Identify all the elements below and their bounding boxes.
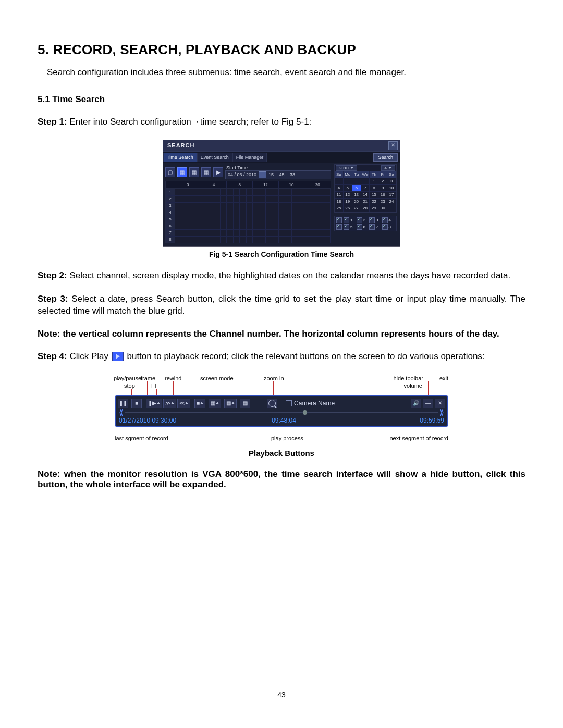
calendar-day[interactable]: 18 bbox=[335, 199, 344, 205]
time-grid-cell[interactable] bbox=[311, 223, 317, 229]
time-grid-cell[interactable] bbox=[266, 203, 272, 209]
time-grid-cell[interactable] bbox=[221, 237, 227, 243]
time-grid-cell[interactable] bbox=[304, 230, 311, 236]
time-grid-cell[interactable] bbox=[194, 203, 201, 209]
calendar-day[interactable]: 10 bbox=[387, 185, 396, 192]
time-grid-cell[interactable] bbox=[324, 209, 331, 216]
time-grid-cell[interactable] bbox=[311, 237, 317, 243]
time-grid-cell[interactable] bbox=[175, 203, 181, 209]
time-grid-cell[interactable] bbox=[221, 196, 227, 202]
time-grid-cell[interactable] bbox=[181, 196, 188, 202]
time-grid-cell[interactable] bbox=[181, 237, 188, 243]
channel-checkbox[interactable]: 5 bbox=[344, 224, 357, 230]
channel-checkbox[interactable]: 3 bbox=[369, 217, 382, 223]
time-grid-cell[interactable] bbox=[188, 196, 194, 202]
time-grid-cell[interactable] bbox=[247, 189, 253, 195]
time-grid-cell[interactable] bbox=[188, 216, 194, 223]
time-grid-cell[interactable] bbox=[279, 209, 285, 216]
time-grid-cell[interactable] bbox=[234, 189, 240, 195]
calendar-day[interactable]: 13 bbox=[352, 192, 361, 199]
screen-1-icon[interactable]: ▢ bbox=[165, 167, 175, 177]
search-button[interactable]: Search bbox=[373, 153, 398, 162]
time-grid-cell[interactable] bbox=[201, 203, 207, 209]
time-grid-cell[interactable] bbox=[259, 196, 265, 202]
time-grid-cell[interactable] bbox=[240, 216, 246, 223]
time-grid-cell[interactable] bbox=[227, 216, 233, 223]
calendar-grid[interactable]: SuMoTuWeThFrSa12345678910111213141516171… bbox=[335, 171, 396, 212]
time-grid-cell[interactable] bbox=[234, 223, 240, 229]
zoom-in-button[interactable] bbox=[267, 399, 277, 408]
time-grid-cell[interactable] bbox=[253, 237, 259, 243]
calendar-day[interactable]: 15 bbox=[370, 192, 378, 199]
rewind-button[interactable]: ≪ bbox=[177, 399, 190, 408]
time-grid-cell[interactable] bbox=[221, 230, 227, 236]
time-grid-cell[interactable] bbox=[234, 216, 240, 223]
calendar-day[interactable]: 4 bbox=[335, 185, 344, 192]
calendar-day[interactable]: 9 bbox=[378, 185, 387, 192]
time-grid-cell[interactable] bbox=[311, 209, 317, 216]
next-segment-icon[interactable]: ⟫ bbox=[438, 410, 445, 415]
screen-16-icon[interactable]: ▦ bbox=[201, 167, 211, 177]
time-grid-cell[interactable] bbox=[298, 230, 304, 236]
calendar-day[interactable]: 19 bbox=[344, 199, 352, 205]
time-grid-cell[interactable] bbox=[194, 237, 201, 243]
time-grid-cell[interactable] bbox=[201, 230, 207, 236]
time-grid-cell[interactable] bbox=[194, 230, 201, 236]
time-grid-cell[interactable] bbox=[188, 189, 194, 195]
time-grid-cell[interactable] bbox=[188, 209, 194, 216]
time-grid-cell[interactable] bbox=[214, 196, 221, 202]
tab-file-manager[interactable]: File Manager bbox=[232, 153, 267, 162]
time-grid-cell[interactable] bbox=[298, 209, 304, 216]
time-grid-cell[interactable] bbox=[317, 216, 324, 223]
time-grid-cell[interactable] bbox=[272, 216, 278, 223]
time-grid-cell[interactable] bbox=[266, 237, 272, 243]
time-grid-cell[interactable] bbox=[298, 223, 304, 229]
time-grid-cell[interactable] bbox=[201, 237, 207, 243]
time-grid-cell[interactable] bbox=[266, 230, 272, 236]
time-grid-cell[interactable] bbox=[324, 216, 331, 223]
timeline[interactable] bbox=[125, 412, 438, 413]
time-grid-cell[interactable] bbox=[317, 223, 324, 229]
time-grid-cell[interactable] bbox=[311, 196, 317, 202]
play-pause-button[interactable]: ❚❚ bbox=[118, 399, 128, 408]
time-grid-cell[interactable] bbox=[266, 189, 272, 195]
time-grid-cell[interactable] bbox=[175, 216, 181, 223]
time-grid-cell[interactable] bbox=[253, 216, 259, 223]
time-grid-cell[interactable] bbox=[279, 223, 285, 229]
time-grid-cell[interactable] bbox=[240, 189, 246, 195]
time-grid-cell[interactable] bbox=[253, 203, 259, 209]
time-grid-cell[interactable] bbox=[324, 196, 331, 202]
time-grid-cell[interactable] bbox=[175, 237, 181, 243]
month-select[interactable]: 4 bbox=[381, 165, 395, 171]
time-grid-cell[interactable] bbox=[181, 203, 188, 209]
time-grid-cell[interactable] bbox=[279, 216, 285, 223]
time-grid-cell[interactable] bbox=[253, 196, 259, 202]
time-grid-cell[interactable] bbox=[181, 216, 188, 223]
time-grid-cell[interactable] bbox=[279, 230, 285, 236]
calendar-day[interactable]: 22 bbox=[370, 199, 378, 205]
time-grid-cell[interactable] bbox=[207, 189, 214, 195]
time-grid-cell[interactable] bbox=[234, 230, 240, 236]
time-grid-cell[interactable] bbox=[253, 189, 259, 195]
time-grid-cell[interactable] bbox=[272, 189, 278, 195]
time-grid-cell[interactable] bbox=[201, 209, 207, 216]
screen-mode-1-button[interactable]: ■ bbox=[194, 399, 205, 408]
time-grid-cell[interactable] bbox=[317, 209, 324, 216]
time-grid-cell[interactable] bbox=[324, 203, 331, 209]
time-grid-cell[interactable] bbox=[194, 189, 201, 195]
time-grid-cell[interactable] bbox=[292, 237, 298, 243]
time-grid-cell[interactable] bbox=[214, 216, 221, 223]
time-grid-cell[interactable] bbox=[292, 196, 298, 202]
time-grid-cell[interactable] bbox=[214, 203, 221, 209]
time-grid-cell[interactable] bbox=[194, 196, 201, 202]
calendar-day[interactable]: 25 bbox=[335, 205, 344, 212]
hide-toolbar-button[interactable]: — bbox=[423, 399, 433, 408]
screen-mode-4-button[interactable]: ▦ bbox=[209, 399, 221, 408]
time-grid-cell[interactable] bbox=[227, 203, 233, 209]
time-grid-cell[interactable] bbox=[272, 203, 278, 209]
time-grid-cell[interactable] bbox=[214, 230, 221, 236]
calendar-day[interactable]: 24 bbox=[387, 199, 396, 205]
calendar-day[interactable]: 12 bbox=[344, 192, 352, 199]
time-grid-cell[interactable] bbox=[247, 223, 253, 229]
time-grid-cell[interactable] bbox=[227, 237, 233, 243]
